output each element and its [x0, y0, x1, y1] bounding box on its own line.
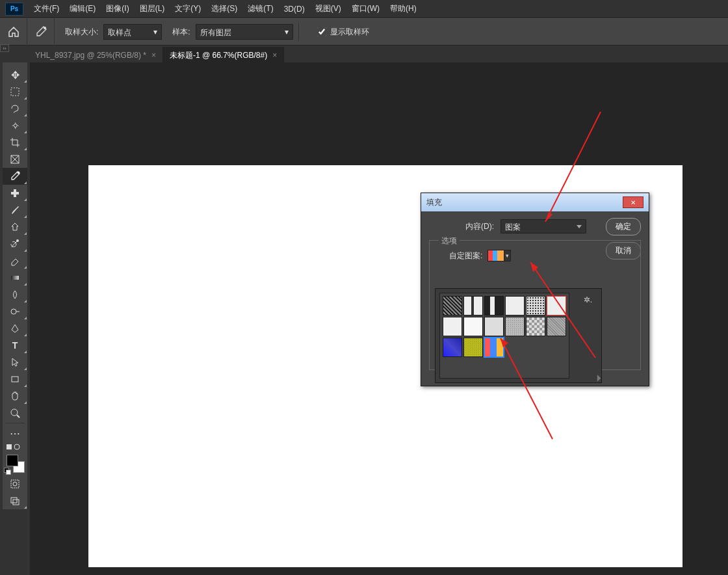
- menu-bar: Ps 文件(F) 编辑(E) 图像(I) 图层(L) 文字(Y) 选择(S) 滤…: [0, 0, 728, 18]
- edit-toolbar[interactable]: ⋯: [3, 425, 27, 442]
- svg-rect-15: [6, 444, 12, 449]
- type-tool[interactable]: T: [3, 337, 27, 354]
- menu-select[interactable]: 选择(S): [206, 3, 242, 14]
- content-select[interactable]: 图案: [500, 219, 586, 234]
- pattern-swatch[interactable]: [484, 317, 504, 336]
- sample-select[interactable]: 所有图层▾: [196, 24, 293, 40]
- frame-tool[interactable]: [3, 151, 27, 168]
- pattern-swatch[interactable]: [463, 296, 483, 315]
- sample-size-value: 取样点: [108, 28, 131, 37]
- document-tab-bar: YHL_8937.jpg @ 25%(RGB/8) * × 未标题-1 @ 66…: [0, 46, 728, 64]
- svg-point-0: [44, 27, 46, 29]
- pattern-swatch[interactable]: [463, 338, 483, 357]
- sample-size-select[interactable]: 取样点▾: [103, 24, 162, 40]
- sample-size-label: 取样大小:: [65, 27, 98, 38]
- pattern-dropdown-button[interactable]: ▾: [504, 250, 511, 261]
- eyedropper-tool[interactable]: [3, 168, 27, 185]
- content-value: 图案: [505, 222, 521, 232]
- svg-rect-7: [11, 192, 19, 194]
- close-icon[interactable]: ×: [272, 51, 277, 60]
- close-icon[interactable]: ×: [151, 51, 156, 60]
- zoom-tool[interactable]: [3, 405, 27, 421]
- history-brush-tool[interactable]: [3, 235, 27, 252]
- swatch-row-icons: [3, 442, 27, 452]
- svg-rect-19: [11, 498, 17, 503]
- svg-rect-20: [13, 500, 19, 505]
- default-swatch-icon[interactable]: [4, 468, 9, 473]
- svg-rect-9: [11, 276, 19, 280]
- pattern-swatch[interactable]: [526, 296, 545, 315]
- menu-window[interactable]: 窗口(W): [346, 3, 385, 14]
- show-ring-checkbox[interactable]: [317, 27, 326, 36]
- healing-tool[interactable]: [3, 185, 27, 202]
- color-swatches[interactable]: [3, 453, 27, 475]
- svg-rect-17: [11, 480, 19, 488]
- panel-flyout-handle[interactable]: ››: [0, 44, 9, 52]
- menu-help[interactable]: 帮助(H): [385, 3, 422, 14]
- crop-tool[interactable]: [3, 134, 27, 151]
- sample-label: 样本:: [172, 27, 190, 38]
- pattern-swatch[interactable]: [443, 338, 462, 357]
- pattern-swatch[interactable]: [443, 296, 462, 315]
- sample-value: 所有图层: [200, 28, 231, 37]
- menu-filter[interactable]: 滤镜(T): [242, 3, 278, 14]
- custom-pattern-label: 自定图案:: [449, 250, 482, 261]
- foreground-swatch[interactable]: [6, 455, 18, 466]
- document-tab-0[interactable]: YHL_8937.jpg @ 25%(RGB/8) * ×: [29, 47, 163, 64]
- svg-point-13: [11, 409, 18, 416]
- svg-line-14: [17, 415, 20, 418]
- pattern-swatch[interactable]: [547, 317, 566, 336]
- menu-image[interactable]: 图像(I): [101, 3, 134, 14]
- rectangle-tool[interactable]: [3, 371, 27, 388]
- menu-layer[interactable]: 图层(L): [135, 3, 170, 14]
- svg-rect-12: [12, 377, 18, 382]
- svg-point-18: [13, 482, 17, 486]
- pattern-swatch[interactable]: [505, 317, 525, 336]
- blur-tool[interactable]: [3, 286, 27, 303]
- menu-edit[interactable]: 编辑(E): [64, 3, 101, 14]
- svg-point-8: [16, 239, 19, 242]
- pattern-swatch[interactable]: [484, 296, 504, 315]
- hand-tool[interactable]: [3, 388, 27, 405]
- ok-button[interactable]: 确定: [606, 218, 641, 235]
- pen-tool[interactable]: [3, 320, 27, 337]
- menu-file[interactable]: 文件(F): [29, 3, 64, 14]
- brush-tool[interactable]: [3, 202, 27, 219]
- menu-3d[interactable]: 3D(D): [279, 5, 310, 14]
- picker-resize-handle[interactable]: ◢: [592, 373, 601, 382]
- menu-view[interactable]: 视图(V): [310, 3, 346, 14]
- document-tab-1[interactable]: 未标题-1 @ 66.7%(RGB/8#) ×: [163, 47, 284, 64]
- wand-tool[interactable]: ✧: [3, 117, 27, 134]
- app-icon: Ps: [5, 3, 23, 16]
- screen-mode-tool[interactable]: [3, 492, 27, 509]
- dodge-tool[interactable]: [3, 303, 27, 320]
- pattern-swatch[interactable]: [526, 317, 545, 336]
- pattern-swatch[interactable]: [505, 296, 525, 315]
- pattern-swatch-selected[interactable]: [484, 338, 504, 357]
- eyedropper-icon: [34, 25, 47, 38]
- move-tool[interactable]: ✥: [3, 66, 27, 83]
- picker-menu-button[interactable]: ✲.: [584, 295, 592, 304]
- gradient-tool[interactable]: [3, 269, 27, 286]
- options-bar: 取样大小: 取样点▾ 样本: 所有图层▾ 显示取样环: [0, 18, 728, 46]
- svg-point-5: [18, 172, 20, 174]
- fill-dialog: 填充 ✕ 确定 取消 内容(D): 图案 选项 自定图案: ▾ ✲.: [421, 193, 649, 386]
- dialog-title: 填充: [426, 197, 442, 208]
- svg-point-16: [14, 444, 20, 449]
- dialog-close-button[interactable]: ✕: [623, 196, 644, 208]
- home-button[interactable]: [0, 18, 27, 46]
- lasso-tool[interactable]: [3, 100, 27, 117]
- eraser-tool[interactable]: [3, 252, 27, 269]
- show-ring-check[interactable]: 显示取样环: [317, 27, 369, 38]
- quick-mask-tool[interactable]: [3, 475, 27, 492]
- pattern-swatch[interactable]: [443, 317, 462, 336]
- menu-type[interactable]: 文字(Y): [170, 3, 206, 14]
- clone-tool[interactable]: [3, 219, 27, 235]
- pattern-swatch[interactable]: [547, 296, 566, 315]
- rect-marquee-tool[interactable]: [3, 83, 27, 100]
- path-select-tool[interactable]: [3, 354, 27, 371]
- show-ring-label: 显示取样环: [330, 27, 369, 38]
- dialog-titlebar[interactable]: 填充 ✕: [421, 193, 649, 211]
- tab-label: 未标题-1 @ 66.7%(RGB/8#): [170, 50, 267, 61]
- pattern-swatch[interactable]: [463, 317, 483, 336]
